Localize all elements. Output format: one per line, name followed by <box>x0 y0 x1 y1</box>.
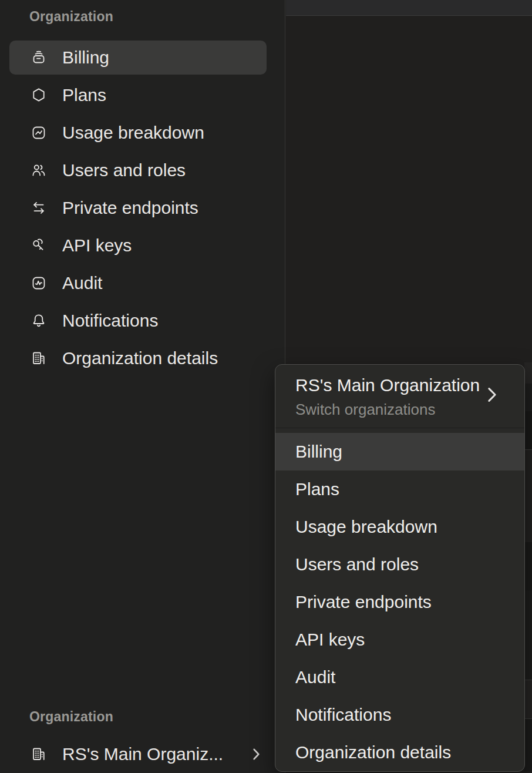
organization-icon <box>31 350 47 367</box>
sidebar-item-label: Users and roles <box>62 160 186 180</box>
menu-item-notifications[interactable]: Notifications <box>275 696 524 734</box>
billing-icon <box>31 49 47 66</box>
sidebar-item-notifications[interactable]: Notifications <box>9 304 267 338</box>
menu-item-organization-details[interactable]: Organization details <box>275 734 524 771</box>
sidebar-item-plans[interactable]: Plans <box>9 78 267 112</box>
sidebar-item-label: Private endpoints <box>62 198 198 218</box>
menu-item-audit[interactable]: Audit <box>275 658 524 696</box>
sidebar-item-api-keys[interactable]: API keys <box>9 228 267 263</box>
org-menu-list: Billing Plans Usage breakdown Users and … <box>275 433 524 771</box>
sidebar-item-label: Usage breakdown <box>62 123 204 143</box>
sidebar-item-label: Organization details <box>62 348 218 368</box>
menu-item-api-keys[interactable]: API keys <box>275 621 524 658</box>
org-menu-subtitle: Switch organizations <box>295 400 483 419</box>
sidebar-item-organization-details[interactable]: Organization details <box>9 341 267 375</box>
sidebar-item-users-and-roles[interactable]: Users and roles <box>9 153 267 187</box>
notifications-icon <box>31 312 47 329</box>
menu-item-private-endpoints[interactable]: Private endpoints <box>275 583 524 621</box>
users-icon <box>31 162 47 179</box>
sidebar-item-private-endpoints[interactable]: Private endpoints <box>9 191 267 225</box>
org-menu-title: RS's Main Organization <box>295 375 483 396</box>
menu-item-billing[interactable]: Billing <box>275 433 524 470</box>
sidebar-item-label: API keys <box>62 236 132 256</box>
sidebar-item-label: Billing <box>62 48 109 68</box>
org-menu-header[interactable]: RS's Main Organization Switch organizati… <box>275 365 524 428</box>
api-keys-icon <box>31 237 47 254</box>
sidebar-footer-section-title: Organization <box>29 709 113 725</box>
sidebar-item-label: Plans <box>62 85 106 105</box>
chevron-right-icon <box>487 386 497 404</box>
sidebar-item-label: Notifications <box>62 311 158 331</box>
menu-item-plans[interactable]: Plans <box>275 470 524 508</box>
plans-icon <box>31 87 47 103</box>
sidebar-nav: Billing Plans Usage breakdown <box>9 41 267 379</box>
background-content-edge <box>524 362 532 772</box>
usage-breakdown-icon <box>31 125 47 141</box>
audit-icon <box>31 275 47 291</box>
sidebar-section-title: Organization <box>29 9 113 25</box>
menu-item-usage-breakdown[interactable]: Usage breakdown <box>275 508 524 546</box>
organization-icon <box>31 746 47 762</box>
sidebar-item-usage-breakdown[interactable]: Usage breakdown <box>9 116 267 150</box>
sidebar: Organization Billing <box>0 0 285 773</box>
chevron-right-icon <box>251 747 261 761</box>
org-menu-popover: RS's Main Organization Switch organizati… <box>275 364 525 772</box>
sidebar-item-label: Audit <box>62 273 102 293</box>
sidebar-item-billing[interactable]: Billing <box>9 41 267 75</box>
org-switcher-label: RS's Main Organiz... <box>62 744 223 764</box>
private-endpoints-icon <box>31 200 47 216</box>
app-window: Organization Billing <box>0 0 532 773</box>
main-topbar <box>286 0 532 16</box>
menu-item-users-and-roles[interactable]: Users and roles <box>275 546 524 583</box>
org-switcher[interactable]: RS's Main Organiz... <box>9 737 267 771</box>
sidebar-item-audit[interactable]: Audit <box>9 266 267 300</box>
